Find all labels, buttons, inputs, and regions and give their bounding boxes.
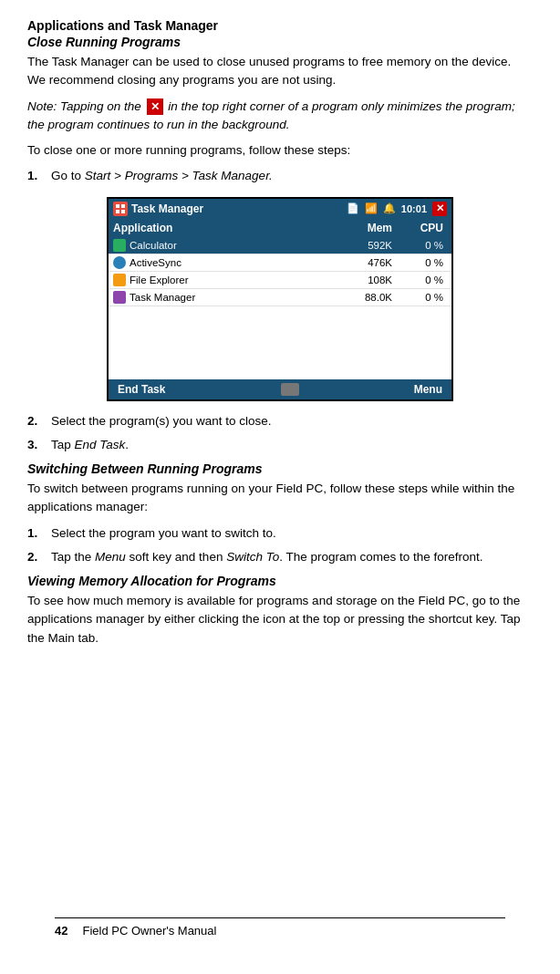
col-header-mem: Mem <box>328 222 392 234</box>
step-1-num: 1. <box>27 167 44 185</box>
col-header-cpu: CPU <box>392 222 447 234</box>
switch-step-2-num: 2. <box>27 548 44 566</box>
switch-step-1: 1. Select the program you want to switch… <box>27 524 533 543</box>
memory-para1: To see how much memory is available for … <box>27 592 533 648</box>
sync-mem: 476K <box>328 257 392 268</box>
step-2: 2. Select the program(s) you want to clo… <box>27 412 533 430</box>
tm-toolbar-center <box>281 383 299 396</box>
svg-rect-1 <box>121 204 125 208</box>
note-text: Note: Tapping on the ✕ in the top right … <box>27 98 533 135</box>
tm-row-file-explorer[interactable]: File Explorer 108K 0 % <box>109 272 451 289</box>
tm-empty-space <box>109 306 451 379</box>
tm-row-calculator[interactable]: Calculator 592K 0 % <box>109 237 451 254</box>
switch-step-2-menu: Menu <box>95 550 126 564</box>
tm-row-name-file-explorer: File Explorer <box>113 274 328 286</box>
calc-label: Calculator <box>130 240 177 251</box>
calc-mem: 592K <box>328 240 392 251</box>
step-1-content: Go to Start > Programs > Task Manager. <box>51 167 533 185</box>
switching-para1: To switch between programs running on yo… <box>27 480 533 517</box>
tm-row-name-calculator: Calculator <box>113 239 328 252</box>
calc-cpu: 0 % <box>392 240 447 251</box>
steps-intro: To close one or more running programs, f… <box>27 141 533 160</box>
tm-time: 10:01 <box>401 203 427 214</box>
tm-column-headers: Application Mem CPU <box>109 219 451 237</box>
footer-text: Field PC Owner's Manual <box>82 924 216 938</box>
col-header-application: Application <box>113 222 328 234</box>
tm-row-name-task-manager: Task Manager <box>113 291 328 304</box>
sync-cpu: 0 % <box>392 257 447 268</box>
page-title: Applications and Task Manager <box>27 18 533 33</box>
tm-titlebar: Task Manager 📄 📶 🔔 10:01 ✕ <box>109 199 451 219</box>
step-3-italic: End Task <box>75 438 126 451</box>
switch-step-1-content: Select the program you want to switch to… <box>51 524 533 543</box>
svg-rect-3 <box>121 210 125 213</box>
tm-signal-icon: 📶 <box>365 202 378 214</box>
explorer-mem: 108K <box>328 275 392 285</box>
switch-step-1-num: 1. <box>27 524 44 543</box>
tm-title: Task Manager <box>131 202 203 215</box>
tm-sound-icon: 🔔 <box>383 202 396 214</box>
tm-row-task-manager[interactable]: Task Manager 88.0K 0 % <box>109 289 451 306</box>
step-1: 1. Go to Start > Programs > Task Manager… <box>27 167 533 185</box>
explorer-label: File Explorer <box>130 275 189 285</box>
svg-rect-0 <box>116 204 119 208</box>
switch-step-2-content: Tap the Menu soft key and then Switch To… <box>51 548 533 566</box>
close-programs-heading: Close Running Programs <box>27 35 533 49</box>
tm-window: Task Manager 📄 📶 🔔 10:01 ✕ Application M… <box>107 197 453 401</box>
step-3-num: 3. <box>27 436 44 454</box>
step-3: 3. Tap End Task. <box>27 436 533 454</box>
tm-titlebar-left: Task Manager <box>113 202 203 216</box>
explorer-icon <box>113 274 126 286</box>
calc-icon <box>113 239 126 252</box>
explorer-cpu: 0 % <box>392 275 447 285</box>
tm-row-activesync[interactable]: ActiveSync 476K 0 % <box>109 254 451 272</box>
step-1-italic: Start > Programs > Task Manager. <box>85 169 273 182</box>
close-programs-para1: The Task Manager can be used to close un… <box>27 53 533 90</box>
switch-step-2: 2. Tap the Menu soft key and then Switch… <box>27 548 533 566</box>
end-task-button[interactable]: End Task <box>118 383 165 396</box>
step-2-num: 2. <box>27 412 44 430</box>
memory-heading: Viewing Memory Allocation for Programs <box>27 574 533 588</box>
taskmgr-icon <box>113 291 126 304</box>
tm-doc-icon: 📄 <box>347 202 359 214</box>
tm-win-icon <box>113 202 128 216</box>
step-2-content: Select the program(s) you want to close. <box>51 412 533 430</box>
menu-button[interactable]: Menu <box>414 383 442 396</box>
close-steps-list-2: 2. Select the program(s) you want to clo… <box>27 412 533 455</box>
taskmgr-cpu: 0 % <box>392 292 447 303</box>
tm-close-button[interactable]: ✕ <box>432 202 447 216</box>
note-label: Note: Tapping on the <box>27 99 145 113</box>
switch-step-2-switchto: Switch To <box>226 550 279 564</box>
tm-toolbar: End Task Menu <box>109 379 451 399</box>
tm-row-name-activesync: ActiveSync <box>113 256 328 269</box>
task-manager-screenshot: Task Manager 📄 📶 🔔 10:01 ✕ Application M… <box>107 197 453 401</box>
switching-heading: Switching Between Running Programs <box>27 461 533 476</box>
keyboard-icon[interactable] <box>281 383 299 396</box>
taskmgr-mem: 88.0K <box>328 292 392 303</box>
tm-titlebar-right: 📄 📶 🔔 10:01 ✕ <box>347 202 447 216</box>
page-number: 42 <box>55 924 67 938</box>
x-icon: ✕ <box>147 98 163 115</box>
page-footer: 42 Field PC Owner's Manual <box>55 917 505 938</box>
sync-icon <box>113 256 126 269</box>
svg-rect-2 <box>116 210 119 213</box>
tm-rows: Calculator 592K 0 % ActiveSync 476K 0 % <box>109 237 451 379</box>
close-steps-list: 1. Go to Start > Programs > Task Manager… <box>27 167 533 185</box>
switching-steps-list: 1. Select the program you want to switch… <box>27 524 533 567</box>
step-3-content: Tap End Task. <box>51 436 533 454</box>
taskmgr-label: Task Manager <box>130 292 195 303</box>
sync-label: ActiveSync <box>130 257 181 268</box>
